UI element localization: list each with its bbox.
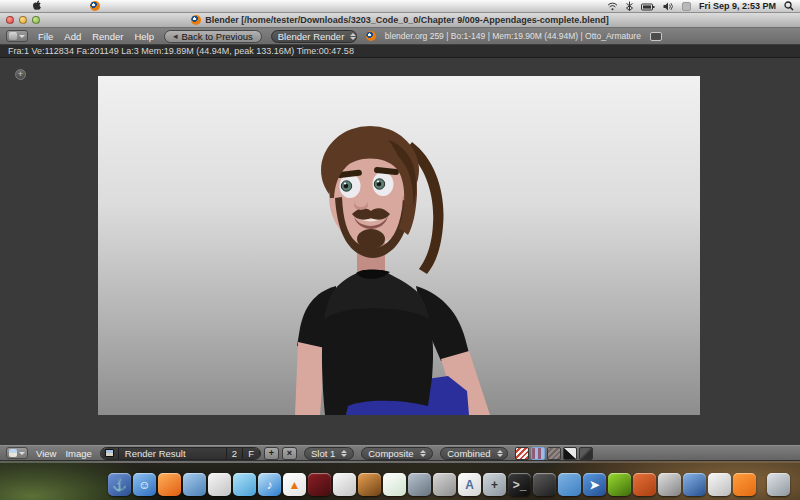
- anchor-app-icon[interactable]: ⚓: [108, 473, 131, 496]
- scene-stats-text: blender.org 259 | Bo:1-149 | Mem:19.90M …: [385, 31, 641, 41]
- browser-globe-icon[interactable]: [183, 473, 206, 496]
- nvidia-settings-icon[interactable]: [608, 473, 631, 496]
- layer-select[interactable]: Composite: [361, 447, 433, 460]
- itunes-icon[interactable]: ♪: [258, 473, 281, 496]
- render-engine-select[interactable]: Blender Render: [271, 30, 357, 43]
- updown-arrows-icon: [350, 33, 356, 40]
- volume-icon[interactable]: [663, 0, 674, 15]
- render-engine-value: Blender Render: [278, 31, 345, 42]
- apple-menu-icon[interactable]: [32, 0, 42, 15]
- photo-booth-icon[interactable]: [333, 473, 356, 496]
- dvd-player-icon[interactable]: [308, 473, 331, 496]
- menubar-status-area: Fri Sep 9, 2:53 PM: [607, 0, 794, 15]
- updown-arrows-icon: [341, 450, 347, 457]
- input-menu-icon[interactable]: [682, 0, 691, 15]
- textedit-icon[interactable]: A: [458, 473, 481, 496]
- updown-arrows-icon: [420, 450, 426, 457]
- chat-icon[interactable]: [233, 473, 256, 496]
- image-capture-icon[interactable]: [408, 473, 431, 496]
- draw-channel-buttons: [515, 447, 593, 460]
- preview-icon[interactable]: [208, 473, 231, 496]
- menu-image[interactable]: Image: [64, 448, 92, 459]
- blender-dock-icon[interactable]: [733, 473, 756, 496]
- minimize-window-button[interactable]: [19, 16, 27, 24]
- pass-select[interactable]: Combined: [440, 447, 508, 460]
- trash-icon[interactable]: [767, 473, 790, 496]
- pass-value: Combined: [447, 448, 490, 459]
- calculator-icon[interactable]: +: [483, 473, 506, 496]
- battery-icon[interactable]: [641, 0, 655, 15]
- finder-icon[interactable]: ☺: [133, 473, 156, 496]
- scanner-icon[interactable]: [433, 473, 456, 496]
- window-title-wrap: Blender [/home/tester/Downloads/3203_Cod…: [54, 15, 746, 25]
- software-update-icon[interactable]: [683, 473, 706, 496]
- image-editor-area[interactable]: +: [0, 58, 800, 445]
- image-users-count[interactable]: 2: [227, 448, 243, 459]
- menu-add[interactable]: Add: [63, 31, 82, 42]
- window-layout-icon[interactable]: [650, 32, 662, 41]
- zoom-window-button[interactable]: [32, 16, 40, 24]
- folder-icon[interactable]: [558, 473, 581, 496]
- draw-rgb-icon[interactable]: [515, 447, 529, 460]
- wifi-icon[interactable]: [607, 0, 618, 15]
- menu-file[interactable]: File: [37, 31, 54, 42]
- image-name-field[interactable]: Render Result: [119, 448, 227, 459]
- draw-rgba-icon[interactable]: [531, 447, 545, 460]
- blender-logo-icon: [366, 31, 376, 41]
- photos-stack-icon[interactable]: [708, 473, 731, 496]
- window-controls: [6, 16, 54, 24]
- image-paint-icon[interactable]: [579, 447, 593, 460]
- vlc-icon[interactable]: ▲: [283, 473, 306, 496]
- printer-icon[interactable]: [658, 473, 681, 496]
- blender-titlebar-icon: [191, 15, 201, 25]
- layer-value: Composite: [368, 448, 413, 459]
- blender-app-menu-icon[interactable]: [90, 1, 100, 11]
- bluetooth-icon[interactable]: [626, 0, 633, 15]
- draw-zdepth-icon[interactable]: [563, 447, 577, 460]
- editor-type-button[interactable]: [6, 30, 28, 42]
- slot-value: Slot 1: [311, 448, 335, 459]
- spotlight-icon[interactable]: [784, 0, 794, 15]
- menubar-clock[interactable]: Fri Sep 9, 2:53 PM: [699, 1, 776, 11]
- image-editor-icon: [9, 449, 17, 457]
- updown-arrows-icon: [497, 450, 503, 457]
- character-render: [98, 76, 700, 415]
- window-titlebar[interactable]: Blender [/home/tester/Downloads/3203_Cod…: [0, 13, 800, 28]
- desktop: Fri Sep 9, 2:53 PM Blender [/home/tester…: [0, 0, 800, 500]
- render-result-image: [98, 76, 700, 415]
- close-window-button[interactable]: [6, 16, 14, 24]
- back-arrow-icon: ◂: [173, 32, 178, 41]
- fake-user-button[interactable]: F: [243, 448, 260, 459]
- dock-icons: ⚓☺♪▲A+>_➤: [108, 473, 790, 496]
- terminal-icon[interactable]: >_: [508, 473, 531, 496]
- dock: ⚓☺♪▲A+>_➤: [0, 461, 800, 500]
- window-title: Blender [/home/tester/Downloads/3203_Cod…: [205, 15, 609, 25]
- chevron-down-icon: [19, 452, 25, 455]
- quicktime-icon[interactable]: [358, 473, 381, 496]
- render-stats-bar: Fra:1 Ve:112834 Fa:201149 La:3 Mem:19.89…: [0, 45, 800, 58]
- image-editor-header: View Image Render Result 2 F + × Slot 1 …: [0, 445, 800, 461]
- image-icon: [105, 449, 114, 457]
- image-editor-type-button[interactable]: [6, 447, 28, 459]
- system-prefs-icon[interactable]: [533, 473, 556, 496]
- menu-view[interactable]: View: [35, 448, 57, 459]
- region-expand-icon[interactable]: +: [15, 69, 26, 80]
- ubuntu-software-icon[interactable]: [633, 473, 656, 496]
- back-to-previous-button[interactable]: ◂ Back to Previous: [164, 30, 262, 43]
- remote-desktop-icon[interactable]: ➤: [583, 473, 606, 496]
- firefox-icon[interactable]: [158, 473, 181, 496]
- image-datablock: Render Result 2 F: [100, 447, 261, 460]
- menu-render[interactable]: Render: [91, 31, 124, 42]
- slot-select[interactable]: Slot 1: [304, 447, 354, 460]
- menu-help[interactable]: Help: [133, 31, 155, 42]
- image-datablock-browse-button[interactable]: [101, 448, 119, 459]
- unlink-image-button[interactable]: ×: [282, 447, 297, 460]
- info-editor-icon: [9, 32, 17, 40]
- new-image-button[interactable]: +: [264, 447, 279, 460]
- info-editor-header: File Add Render Help ◂ Back to Previous …: [0, 28, 800, 45]
- render-stats-text: Fra:1 Ve:112834 Fa:201149 La:3 Mem:19.89…: [8, 46, 354, 56]
- menubar: Fri Sep 9, 2:53 PM: [0, 0, 800, 13]
- draw-alpha-icon[interactable]: [547, 447, 561, 460]
- feather-notes-icon[interactable]: [383, 473, 406, 496]
- back-to-previous-label: Back to Previous: [181, 31, 252, 42]
